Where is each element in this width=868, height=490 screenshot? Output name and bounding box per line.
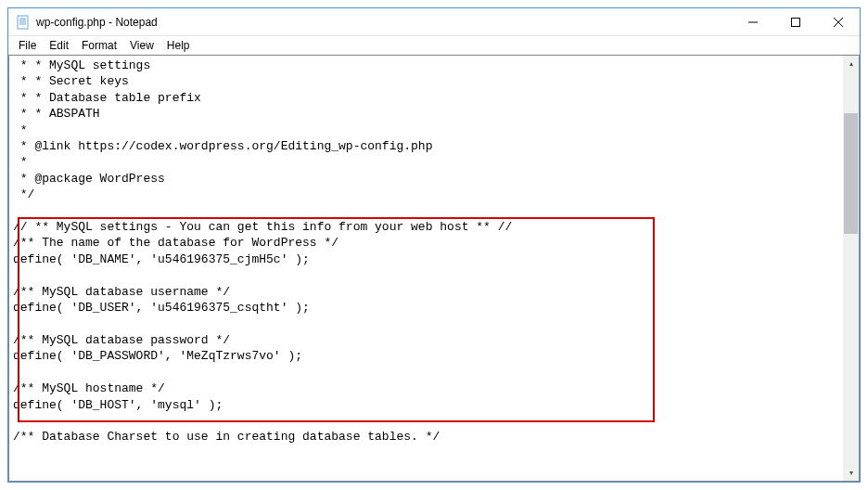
code-line [13,267,839,283]
code-line: define( 'DB_HOST', 'mysql' ); [13,397,839,413]
scroll-down-button[interactable]: ▾ [843,465,859,481]
code-line: */ [13,187,839,202]
notepad-window: wp-config.php - Notepad File Edit Format… [7,7,861,483]
menu-help[interactable]: Help [160,38,197,53]
maximize-icon [791,18,800,27]
menu-edit[interactable]: Edit [43,38,75,53]
code-line: * @link https://codex.wordpress.org/Edit… [13,138,839,154]
svg-rect-6 [792,18,800,26]
titlebar[interactable]: wp-config.php - Notepad [8,8,860,36]
chevron-up-icon: ▴ [849,59,853,68]
code-line: * [13,154,839,170]
code-line: /** Database Charset to use in creating … [13,429,839,445]
code-line: * * MySQL settings [13,58,839,73]
code-line: // ** MySQL settings - You can get this … [13,219,839,235]
code-line [13,203,839,219]
code-line: * @package WordPress [13,171,839,187]
code-line [13,365,839,380]
scroll-up-button[interactable]: ▴ [843,56,859,71]
menu-view[interactable]: View [123,38,160,53]
code-line: /** The name of the database for WordPre… [13,235,839,251]
menubar: File Edit Format View Help [8,36,860,55]
code-line [13,316,839,332]
code-line: /** MySQL database password */ [13,332,839,348]
code-line: * [13,122,839,138]
chevron-down-icon: ▾ [849,469,853,477]
code-line: * * Database table prefix [13,90,839,106]
menu-format[interactable]: Format [75,38,123,53]
code-line: define( 'DB_USER', 'u546196375_csqtht' )… [13,300,839,316]
window-controls [732,8,860,35]
code-line: define( 'DB_PASSWORD', 'MeZqTzrws7vo' ); [13,348,839,364]
code-line: /** MySQL database username */ [13,284,839,300]
close-icon [834,18,843,27]
code-line: * * ABSPATH [13,106,839,122]
close-button[interactable] [817,8,860,35]
editor-area: * * MySQL settings * * Secret keys * * D… [8,55,860,482]
maximize-button[interactable] [774,8,817,35]
code-line [13,413,839,429]
code-line: define( 'DB_NAME', 'u546196375_cjmH5c' )… [13,251,839,267]
scrollbar-thumb[interactable] [844,113,858,234]
menu-file[interactable]: File [12,38,43,53]
vertical-scrollbar[interactable]: ▴ ▾ [843,56,859,481]
notepad-icon [16,15,31,30]
window-title: wp-config.php - Notepad [36,16,732,29]
text-editor[interactable]: * * MySQL settings * * Secret keys * * D… [9,56,843,481]
minimize-icon [748,18,758,27]
minimize-button[interactable] [732,8,774,35]
code-line: * * Secret keys [13,73,839,89]
code-line: /** MySQL hostname */ [13,380,839,396]
